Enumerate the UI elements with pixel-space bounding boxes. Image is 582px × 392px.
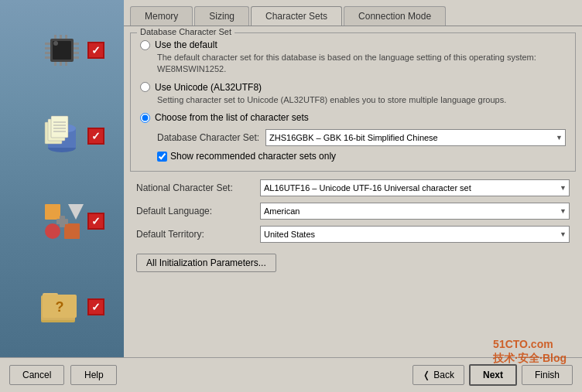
default-territory-row: Default Territory: United States xyxy=(130,226,576,243)
bottom-area: All Initialization Parameters... xyxy=(130,249,576,277)
tab-bar: Memory Sizing Character Sets Connection … xyxy=(124,0,582,26)
default-language-select-wrapper: American xyxy=(260,203,570,220)
database-charset-group: Database Character Set Use the default T… xyxy=(130,32,576,172)
help-button[interactable]: Help xyxy=(70,365,117,385)
svg-rect-2 xyxy=(45,43,50,45)
db-charset-select[interactable]: ZHS16GBK – GBK 16-bit Simplified Chinese xyxy=(265,129,566,146)
charset-checkbox-row: Show recommended character sets only xyxy=(157,151,566,162)
svg-rect-10 xyxy=(54,35,56,39)
radio-item-default: Use the default The default character se… xyxy=(140,39,566,76)
folder-icon: ? xyxy=(35,284,89,330)
radio-default[interactable] xyxy=(140,40,150,50)
db-charset-select-wrapper: ZHS16GBK – GBK 16-bit Simplified Chinese xyxy=(265,129,566,146)
show-recommended-label: Show recommended character sets only xyxy=(170,151,336,162)
check-icon-3: ✓ xyxy=(87,213,104,230)
radio-unicode-text: Use Unicode (AL32UTF8) xyxy=(155,82,262,93)
svg-rect-9 xyxy=(74,56,79,59)
db-charset-select-row: Database Character Set: ZHS16GBK – GBK 1… xyxy=(157,129,566,146)
svg-rect-6 xyxy=(74,43,79,45)
svg-rect-3 xyxy=(45,47,50,49)
svg-rect-7 xyxy=(74,47,79,49)
radio-default-text: Use the default xyxy=(155,39,217,50)
finish-button[interactable]: Finish xyxy=(522,365,573,385)
svg-rect-4 xyxy=(45,52,50,54)
db-charset-select-label: Database Character Set: xyxy=(157,132,259,143)
radio-label-default[interactable]: Use the default xyxy=(140,39,566,50)
default-territory-label: Default Territory: xyxy=(136,229,260,240)
content-area: ✓ xyxy=(0,0,582,357)
svg-rect-27 xyxy=(45,204,60,220)
watermark-line2: 技术·安全·Blog xyxy=(493,351,567,365)
svg-rect-5 xyxy=(45,56,50,59)
main-container: ✓ xyxy=(0,0,582,392)
next-button[interactable]: Next xyxy=(469,364,517,386)
watermark: 51CTO.com 技术·安全·Blog xyxy=(493,337,567,365)
svg-text:?: ? xyxy=(56,299,64,315)
sidebar-item-2: ✓ xyxy=(8,105,116,167)
shapes-icon xyxy=(35,198,89,244)
check-icon-2: ✓ xyxy=(87,128,104,145)
back-button[interactable]: ❬ Back xyxy=(413,365,464,385)
radio-item-unicode: Use Unicode (AL32UTF8) Setting character… xyxy=(140,82,566,106)
group-box-title: Database Character Set xyxy=(137,27,235,36)
svg-rect-11 xyxy=(60,35,62,39)
national-charset-label: National Character Set: xyxy=(136,182,260,193)
tab-memory[interactable]: Memory xyxy=(130,6,193,26)
svg-marker-28 xyxy=(68,204,84,220)
chip-icon xyxy=(35,27,89,73)
svg-rect-22 xyxy=(51,116,68,138)
init-params-button[interactable]: All Initialization Parameters... xyxy=(136,254,276,272)
check-icon-1: ✓ xyxy=(87,42,104,59)
svg-point-29 xyxy=(45,223,60,239)
radio-unicode-description: Setting character set to Unicode (AL32UT… xyxy=(157,94,566,106)
sidebar-item-3: ✓ xyxy=(8,190,116,252)
sidebar: ✓ xyxy=(0,0,124,357)
sidebar-item-4: ? ✓ xyxy=(8,276,116,338)
panel-content: Database Character Set Use the default T… xyxy=(124,26,582,357)
watermark-line1: 51CTO.com xyxy=(493,337,567,351)
svg-rect-32 xyxy=(56,219,68,224)
radio-choose-text: Choose from the list of character sets xyxy=(155,112,309,123)
svg-rect-13 xyxy=(54,62,56,66)
svg-rect-15 xyxy=(65,62,67,66)
national-charset-row: National Character Set: AL16UTF16 – Unic… xyxy=(130,179,576,196)
radio-label-choose[interactable]: Choose from the list of character sets xyxy=(140,112,566,123)
default-territory-select[interactable]: United States xyxy=(260,226,570,243)
footer-left: Cancel Help xyxy=(9,365,117,385)
footer-right: ❬ Back Next Finish xyxy=(413,364,573,386)
check-icon-4: ✓ xyxy=(87,298,104,315)
tab-character-sets[interactable]: Character Sets xyxy=(251,6,342,26)
main-panel: Memory Sizing Character Sets Connection … xyxy=(124,0,582,357)
default-territory-select-wrapper: United States xyxy=(260,226,570,243)
svg-rect-30 xyxy=(64,223,80,239)
tab-connection-mode[interactable]: Connection Mode xyxy=(344,6,446,26)
radio-group: Use the default The default character se… xyxy=(140,39,566,162)
radio-label-unicode[interactable]: Use Unicode (AL32UTF8) xyxy=(140,82,566,93)
svg-rect-12 xyxy=(65,35,67,39)
default-language-label: Default Language: xyxy=(136,206,260,216)
radio-default-description: The default character set for this datab… xyxy=(157,52,566,76)
show-recommended-checkbox[interactable] xyxy=(157,152,167,162)
svg-rect-14 xyxy=(60,62,62,66)
radio-choose[interactable] xyxy=(140,113,150,123)
national-charset-select[interactable]: AL16UTF16 – Unicode UTF-16 Universal cha… xyxy=(260,179,570,196)
default-language-row: Default Language: American xyxy=(130,203,576,220)
radio-item-choose: Choose from the list of character sets D… xyxy=(140,112,566,162)
back-arrow-icon: ❬ xyxy=(423,370,430,380)
sidebar-item-1: ✓ xyxy=(8,19,116,81)
back-label: Back xyxy=(433,370,454,380)
tab-sizing[interactable]: Sizing xyxy=(194,6,249,26)
document-icon xyxy=(35,113,89,159)
cancel-button[interactable]: Cancel xyxy=(9,365,64,385)
radio-unicode[interactable] xyxy=(140,82,150,92)
svg-point-16 xyxy=(53,41,58,46)
national-charset-select-wrapper: AL16UTF16 – Unicode UTF-16 Universal cha… xyxy=(260,179,570,196)
default-language-select[interactable]: American xyxy=(260,203,570,220)
svg-rect-8 xyxy=(74,52,79,54)
